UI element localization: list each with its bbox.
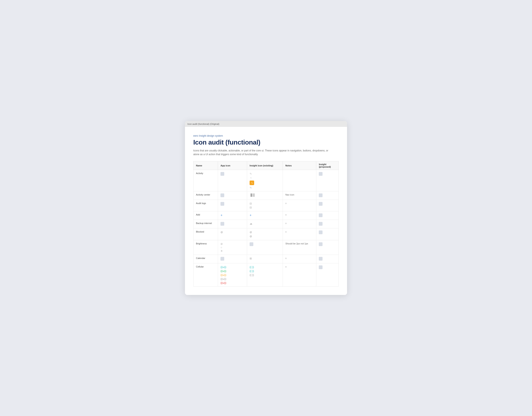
cell-notes <box>283 170 316 191</box>
waveform-icon-1: ∿ <box>250 172 280 175</box>
cellular-insight-1: ((·)) <box>250 265 280 268</box>
proposed-placeholder <box>319 242 323 246</box>
waveform-icon-2: ～ <box>250 176 280 180</box>
proposed-placeholder <box>319 213 323 217</box>
cell-proposed <box>316 220 339 228</box>
cell-proposed <box>316 211 339 220</box>
blocked-icon-group: ⊘ ⊘ <box>250 230 280 238</box>
cellular-icon-red: ((ω)) <box>220 281 244 284</box>
cell-insight-icon: ⊞ <box>247 255 283 263</box>
calendar-icon: ⊞ <box>250 257 252 260</box>
cellular-icon-orange: ((ω)) <box>220 273 244 277</box>
cell-name: Brightness <box>193 240 218 255</box>
cell-notes: x <box>283 263 316 287</box>
cellular-insight-3: ((·)) <box>250 273 280 277</box>
cellular-icon-teal: ((ω)) <box>220 265 244 268</box>
window-title: Icon audit (functional) (Original) <box>188 123 219 125</box>
cell-notes: x <box>283 211 316 220</box>
cell-proposed <box>316 240 339 255</box>
app-icon-placeholder <box>220 202 224 206</box>
cell-name: Backup internet <box>193 220 218 228</box>
cell-insight-icon: + <box>247 211 283 220</box>
blocked-app-icon: ⊘ <box>220 230 223 234</box>
cell-name: Add <box>193 211 218 220</box>
cloud-icon: ☁ <box>250 222 252 225</box>
col-header-name: Name <box>193 161 218 170</box>
table-row: Blocked ⊘ ⊘ ⊘ x <box>193 228 339 240</box>
note-x: x <box>285 213 286 216</box>
brightness-note: Should be 2px not 1px <box>285 242 308 245</box>
proposed-placeholder <box>319 172 323 176</box>
cell-name: Calendar <box>193 255 218 263</box>
list-icon-group: ⊟ ⊟ <box>250 202 280 209</box>
table-row: Activity ∿ ～ ∿ ∿ <box>193 170 339 191</box>
cell-app-icon: + <box>218 211 247 220</box>
table-row: Cellular ((ω)) ((ω)) ((ω)) ((ω)) ((ω)) (… <box>193 263 339 287</box>
cell-proposed <box>316 263 339 287</box>
proposed-placeholder <box>319 222 323 226</box>
waveform-icon-3: ∿ <box>250 186 280 189</box>
app-icon-placeholder <box>220 172 224 176</box>
cell-app-icon <box>218 170 247 191</box>
plus-app-icon: + <box>220 213 222 217</box>
proposed-placeholder <box>319 257 323 261</box>
slash-icon-1: ⊘ <box>250 230 280 234</box>
note-x: x <box>285 202 286 204</box>
proposed-placeholder <box>319 193 323 197</box>
cell-insight-icon: ((·)) ((·)) ((·)) <box>247 263 283 287</box>
note-x: x <box>285 265 286 268</box>
note-x: x <box>285 257 286 259</box>
note-x: x <box>285 222 286 224</box>
window-content: eero Insight design system Icon audit (f… <box>185 127 347 295</box>
table-row: Add + + x <box>193 211 339 220</box>
cell-name: Activity <box>193 170 218 191</box>
cell-notes: x <box>283 200 316 211</box>
note-x: x <box>285 230 286 233</box>
col-header-proposed: Insight (proposed) <box>316 161 339 170</box>
cell-insight-icon: ∿ ～ ∿ ∿ <box>247 170 283 191</box>
insight-icon-group: ∿ ～ ∿ ∿ <box>250 172 280 189</box>
cell-proposed <box>316 170 339 191</box>
list-icon-1: ⊟ <box>250 202 280 205</box>
audit-table: Name App icon Insight icon (existing) No… <box>193 161 339 287</box>
slash-icon-2: ⊘ <box>250 235 280 238</box>
table-row: Activity center ▐▌▌ Nav icon <box>193 191 339 200</box>
cell-insight-icon <box>247 240 283 255</box>
brightness-icon-2: ○ <box>220 246 244 249</box>
cell-notes: x <box>283 228 316 240</box>
brightness-icon-1: ⊘ <box>220 242 244 246</box>
cell-notes: Should be 2px not 1px <box>283 240 316 255</box>
cell-app-icon: ⊘ <box>218 228 247 240</box>
cell-insight-icon: ▐▌▌ <box>247 191 283 200</box>
cell-insight-icon: ☁ <box>247 220 283 228</box>
proposed-placeholder <box>319 202 323 206</box>
cell-name: Blocked <box>193 228 218 240</box>
cell-notes: Nav icon <box>283 191 316 200</box>
cell-notes: x <box>283 255 316 263</box>
insight-placeholder <box>250 242 253 246</box>
table-row: Backup internet ☁ x <box>193 220 339 228</box>
cell-proposed <box>316 191 339 200</box>
cell-proposed <box>316 200 339 211</box>
list-icon-2: ⊟ <box>250 206 280 209</box>
cell-notes: x <box>283 220 316 228</box>
app-icon-placeholder <box>220 193 224 197</box>
cell-proposed <box>316 228 339 240</box>
table-row: Brightness ⊘ ○ ✳ Should be 2px not 1px <box>193 240 339 255</box>
cell-app-icon <box>218 200 247 211</box>
cell-name: Audit logs <box>193 200 218 211</box>
cell-app-icon: ((ω)) ((ω)) ((ω)) ((ω)) ((ω)) <box>218 263 247 287</box>
cell-insight-icon: ⊟ ⊟ <box>247 200 283 211</box>
cellular-app-icon-group: ((ω)) ((ω)) ((ω)) ((ω)) ((ω)) <box>220 265 244 284</box>
cell-app-icon <box>218 220 247 228</box>
app-icon-placeholder <box>220 257 224 261</box>
activity-orange-icon: ∿ <box>250 180 254 185</box>
cell-name: Cellular <box>193 263 218 287</box>
activity-highlight-icon: ∿ <box>250 180 280 185</box>
cell-app-icon: ⊘ ○ ✳ <box>218 240 247 255</box>
proposed-placeholder <box>319 230 323 234</box>
cell-app-icon <box>218 191 247 200</box>
col-header-notes: Notes <box>283 161 316 170</box>
cell-proposed <box>316 255 339 263</box>
window-titlebar: Icon audit (functional) (Original) <box>185 121 347 127</box>
